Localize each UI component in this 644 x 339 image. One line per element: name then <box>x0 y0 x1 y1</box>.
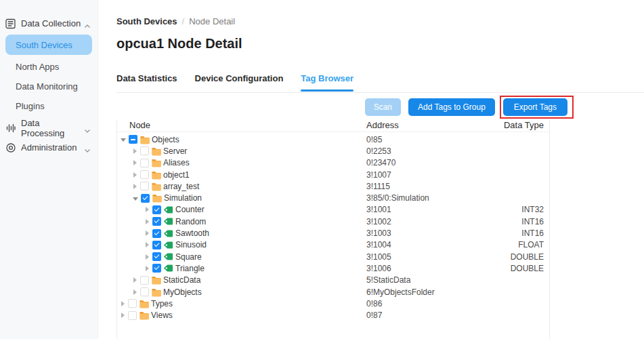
caret-right-icon[interactable] <box>121 301 125 306</box>
tree-row[interactable]: Aliases0!23470 <box>117 157 549 169</box>
caret-down-icon[interactable] <box>133 197 138 201</box>
node-label[interactable]: object1 <box>163 170 190 180</box>
caret-right-icon[interactable] <box>133 172 137 178</box>
tree-row[interactable]: array_test3!1115 <box>117 180 549 192</box>
node-label[interactable]: Aliases <box>163 158 190 167</box>
tag-icon <box>163 252 174 262</box>
node-label[interactable]: Views <box>151 311 173 320</box>
checkbox-checked[interactable] <box>152 217 161 226</box>
checkbox-checked[interactable] <box>152 205 161 214</box>
tree-row[interactable]: Random3!1002INT16 <box>117 216 549 227</box>
caret-right-icon[interactable] <box>146 266 149 271</box>
checkbox-unchecked[interactable] <box>140 146 149 155</box>
tree-row[interactable]: Views0!87 <box>117 309 549 321</box>
address-cell: 0!86 <box>366 299 382 308</box>
checkbox-unchecked[interactable] <box>140 182 149 191</box>
node-label[interactable]: Objects <box>152 135 179 144</box>
caret-right-icon[interactable] <box>121 313 125 318</box>
toolbar: Scan Add Tags to Group Export Tags <box>365 96 574 119</box>
tree-row[interactable]: Sinusoid3!1004FLOAT <box>117 239 549 251</box>
tag-icon <box>163 240 174 250</box>
tree-row[interactable]: StaticData5!StaticData <box>117 275 549 286</box>
scan-button[interactable]: Scan <box>365 98 401 116</box>
column-header-data-type: Data Type <box>504 120 544 130</box>
caret-right-icon[interactable] <box>146 219 149 224</box>
breadcrumb-south-devices[interactable]: South Devices <box>116 16 177 26</box>
caret-down-icon[interactable] <box>121 138 126 142</box>
address-cell: 3!1002 <box>366 217 391 226</box>
checkbox-unchecked[interactable] <box>128 299 137 308</box>
sidebar-item-label: South Devices <box>16 40 72 50</box>
caret-right-icon[interactable] <box>146 231 149 236</box>
export-tags-button[interactable]: Export Tags <box>503 98 567 116</box>
node-label[interactable]: Square <box>175 252 202 262</box>
node-label[interactable]: Simulation <box>164 193 202 203</box>
tree-row[interactable]: Simulation3!85/0:Simulation <box>117 192 549 203</box>
node-label[interactable]: Triangle <box>175 264 205 273</box>
node-label[interactable]: Random <box>175 217 206 226</box>
node-label[interactable]: array_test <box>163 182 199 191</box>
checkbox-unchecked[interactable] <box>140 159 149 167</box>
sidebar-group-data-processing[interactable]: Data Processing <box>0 118 98 138</box>
tree-row[interactable]: MyObjects6!MyObjectsFolder <box>117 286 549 298</box>
tag-browser-table: Node Address Data Type Objects0!85Server… <box>116 119 550 339</box>
caret-right-icon[interactable] <box>146 242 149 247</box>
caret-right-icon[interactable] <box>146 254 149 260</box>
sidebar-item-data-monitoring[interactable]: Data Monitoring <box>5 77 92 96</box>
node-label[interactable]: Sawtooth <box>175 228 209 238</box>
node-label[interactable]: Sinusoid <box>175 240 207 250</box>
tab-bar: Data Statistics Device Configuration Tag… <box>116 73 371 92</box>
app-window: Data Collection South Devices North Apps… <box>0 0 644 339</box>
caret-right-icon[interactable] <box>133 184 137 189</box>
tag-icon <box>163 264 174 273</box>
address-cell: 3!85/0:Simulation <box>366 193 429 203</box>
checkbox-unchecked[interactable] <box>140 170 149 179</box>
caret-right-icon[interactable] <box>133 290 137 295</box>
data-type-cell: FLOAT <box>518 240 544 250</box>
checkbox-checked[interactable] <box>152 252 161 261</box>
tree-row[interactable]: Objects0!85 <box>117 134 549 145</box>
data-type-cell: DOUBLE <box>511 252 544 262</box>
tag-icon <box>163 205 174 214</box>
tree-row[interactable]: Server0!2253 <box>117 145 549 157</box>
tree-row[interactable]: Counter3!1001INT32 <box>117 204 549 216</box>
caret-right-icon[interactable] <box>133 160 137 165</box>
sidebar-item-south-devices[interactable]: South Devices <box>5 35 92 55</box>
tree-row[interactable]: Square3!1005DOUBLE <box>117 251 549 262</box>
caret-right-icon[interactable] <box>146 207 149 212</box>
node-label[interactable]: Counter <box>175 205 205 214</box>
sidebar-item-north-apps[interactable]: North Apps <box>5 57 92 77</box>
node-label[interactable]: Types <box>151 299 173 308</box>
checkbox-checked[interactable] <box>152 229 161 238</box>
tab-data-statistics[interactable]: Data Statistics <box>116 73 177 92</box>
tree-row[interactable]: Types0!86 <box>117 298 549 309</box>
node-label[interactable]: Server <box>163 146 187 156</box>
node-label[interactable]: MyObjects <box>163 287 202 297</box>
data-processing-icon <box>5 123 16 134</box>
address-cell: 0!85 <box>366 135 382 144</box>
caret-right-icon[interactable] <box>133 277 137 283</box>
sidebar-group-label: Administration <box>21 142 84 153</box>
address-cell: 3!1003 <box>366 228 391 238</box>
tab-tag-browser[interactable]: Tag Browser <box>301 73 353 92</box>
node-label[interactable]: StaticData <box>163 275 200 285</box>
data-collection-icon <box>5 18 16 29</box>
checkbox-indeterminate[interactable] <box>129 135 137 144</box>
checkbox-unchecked[interactable] <box>128 311 137 320</box>
checkbox-checked[interactable] <box>152 241 161 250</box>
add-tags-to-group-button[interactable]: Add Tags to Group <box>408 98 495 116</box>
checkbox-checked[interactable] <box>152 264 161 273</box>
sidebar-group-administration[interactable]: Administration <box>0 138 98 157</box>
checkbox-unchecked[interactable] <box>140 287 149 296</box>
address-cell: 3!1001 <box>366 205 391 214</box>
checkbox-unchecked[interactable] <box>140 276 149 285</box>
tree-row[interactable]: object13!1007 <box>117 169 549 180</box>
caret-right-icon[interactable] <box>133 148 137 154</box>
address-cell: 3!1004 <box>366 240 391 250</box>
tree-row[interactable]: Sawtooth3!1003INT16 <box>117 227 549 239</box>
tree-row[interactable]: Triangle3!1006DOUBLE <box>117 262 549 274</box>
tab-device-configuration[interactable]: Device Configuration <box>195 73 284 92</box>
sidebar-group-data-collection[interactable]: Data Collection <box>0 14 98 33</box>
sidebar-item-plugins[interactable]: Plugins <box>5 96 92 116</box>
checkbox-checked[interactable] <box>141 194 150 203</box>
